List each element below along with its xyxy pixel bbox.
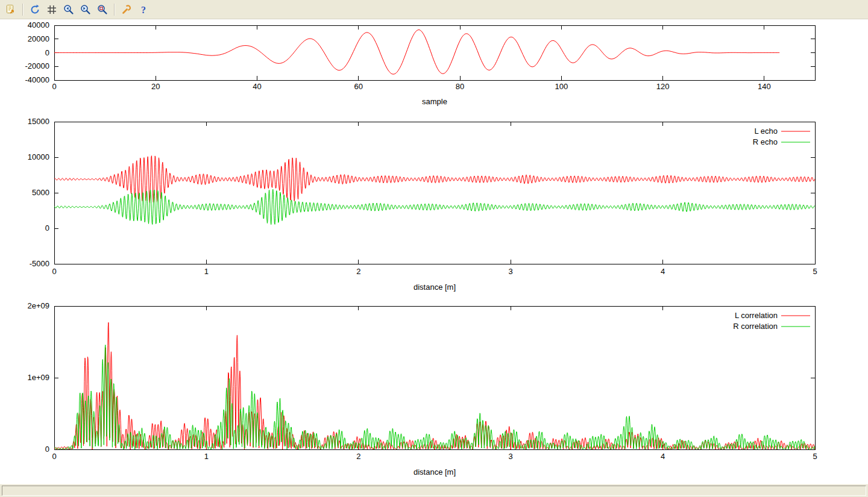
zoom-previous-icon xyxy=(63,4,75,16)
series-line-r-echo xyxy=(54,189,815,224)
legend-label: L correlation xyxy=(735,311,778,320)
y-tick-label: 15000 xyxy=(28,117,49,126)
x-tick-label: 3 xyxy=(509,452,513,461)
x-tick-label: 1 xyxy=(204,267,209,276)
plot-svg[interactable]: 020406080100120140-40000-200000200004000… xyxy=(0,19,868,484)
y-tick-label: -20000 xyxy=(25,61,49,70)
y-tick-label: 5000 xyxy=(32,188,49,197)
series-line-pulse xyxy=(54,30,779,75)
axis-ticks xyxy=(54,122,815,264)
legend-label: R correlation xyxy=(733,322,778,331)
x-tick-label: 5 xyxy=(813,267,817,276)
x-tick-label: 100 xyxy=(555,82,568,91)
grid-icon xyxy=(46,4,58,16)
x-tick-label: 3 xyxy=(509,267,513,276)
y-tick-label: 20000 xyxy=(28,34,49,43)
y-tick-label: 0 xyxy=(45,223,49,233)
x-tick-label: 5 xyxy=(813,452,817,461)
x-tick-label: 1 xyxy=(204,452,209,461)
y-tick-label: 0 xyxy=(45,445,49,454)
zoom-next-icon xyxy=(80,4,92,16)
x-tick-label: 20 xyxy=(151,82,160,91)
series-group xyxy=(54,322,815,449)
status-field xyxy=(2,486,866,496)
plot-border xyxy=(54,122,815,264)
zoom-previous-button[interactable] xyxy=(61,2,77,17)
grid-toggle-button[interactable] xyxy=(44,2,60,17)
y-tick-label: -5000 xyxy=(30,259,49,268)
plot-border xyxy=(54,306,815,449)
legend-label: R echo xyxy=(753,137,778,146)
x-tick-label: 4 xyxy=(661,267,665,276)
y-tick-label: 1e+09 xyxy=(27,373,49,382)
plot-border xyxy=(54,25,815,80)
x-axis-label: sample xyxy=(422,97,447,106)
gnuplot-window: ? 020406080100120140-40000-2000002000040… xyxy=(0,0,868,497)
x-axis-label: distance [m] xyxy=(414,283,456,292)
x-tick-label: 40 xyxy=(253,82,261,91)
x-tick-label: 0 xyxy=(52,452,56,461)
help-button[interactable]: ? xyxy=(136,2,151,17)
series-line-l-correlation xyxy=(54,322,815,449)
x-tick-label: 4 xyxy=(661,452,665,461)
y-tick-label: 10000 xyxy=(28,152,49,161)
configure-button[interactable] xyxy=(119,2,134,17)
copy-plot-button[interactable] xyxy=(3,2,19,17)
wrench-icon xyxy=(121,4,133,16)
x-axis-label: distance [m] xyxy=(414,467,456,477)
x-tick-label: 2 xyxy=(356,267,360,276)
x-tick-label: 140 xyxy=(758,82,771,91)
plot-3: 01234501e+092e+09distance [m]L correlati… xyxy=(27,301,817,477)
y-tick-label: 40000 xyxy=(28,20,49,30)
x-tick-label: 0 xyxy=(52,267,56,276)
x-tick-label: 120 xyxy=(656,82,670,91)
legend-label: L echo xyxy=(754,127,778,136)
x-tick-label: 80 xyxy=(456,82,464,91)
x-tick-label: 2 xyxy=(356,452,360,461)
series-line-r-correlation xyxy=(54,345,815,449)
zoom-default-icon xyxy=(96,4,108,16)
zoom-next-button[interactable] xyxy=(78,2,93,17)
replot-icon xyxy=(29,4,41,16)
series-group xyxy=(54,30,779,75)
series-line-l-echo xyxy=(54,156,815,203)
y-tick-label: 2e+09 xyxy=(27,301,49,310)
status-bar xyxy=(0,484,868,497)
x-tick-label: 60 xyxy=(354,82,363,91)
axis-ticks xyxy=(54,306,815,449)
series-group xyxy=(54,156,815,225)
help-icon: ? xyxy=(137,4,149,16)
x-tick-label: 0 xyxy=(52,82,56,91)
toolbar: ? xyxy=(0,0,868,19)
plot-1: 020406080100120140-40000-200000200004000… xyxy=(25,20,815,106)
replot-button[interactable] xyxy=(27,2,43,17)
plot-2: 012345-5000050001000015000distance [m]L … xyxy=(28,117,817,292)
axis-ticks xyxy=(54,25,815,80)
copy-plot-icon xyxy=(5,4,17,16)
y-tick-label: 0 xyxy=(45,48,49,57)
svg-text:?: ? xyxy=(141,4,146,14)
toolbar-separator xyxy=(114,4,115,16)
y-tick-label: -40000 xyxy=(25,75,49,84)
toolbar-separator xyxy=(22,4,24,16)
plot-canvas[interactable]: 020406080100120140-40000-200000200004000… xyxy=(0,19,868,484)
zoom-default-button[interactable] xyxy=(95,2,110,17)
